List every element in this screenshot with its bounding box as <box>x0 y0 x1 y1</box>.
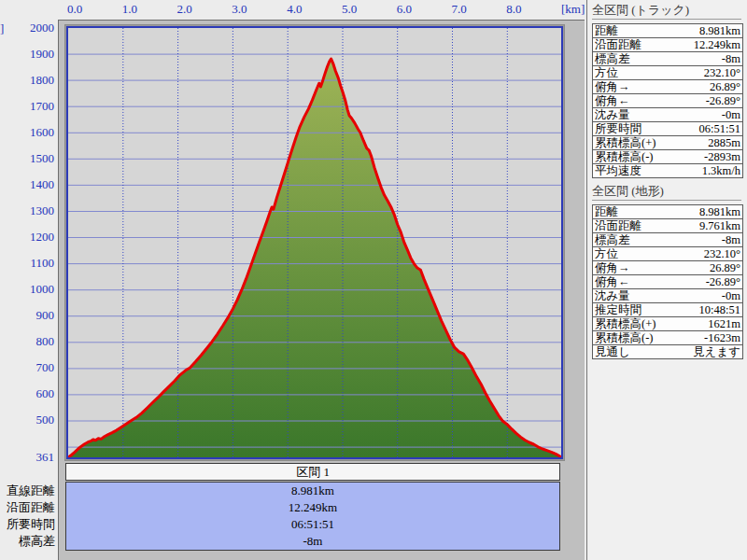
stat-value: 06:51:51 <box>699 122 740 135</box>
stat-value: 9.761km <box>699 219 740 232</box>
x-axis-tick: 3.0 <box>232 2 247 17</box>
panel-divider <box>586 0 587 560</box>
stat-row: 標高差-8m <box>593 233 742 247</box>
stat-value: -8m <box>722 233 740 246</box>
stat-row: 方位232.10° <box>593 66 742 80</box>
stat-value: -8m <box>722 52 740 65</box>
stat-value: -1623m <box>704 331 740 344</box>
elevation-profile-svg <box>68 28 561 457</box>
stat-value: -2893m <box>704 150 740 163</box>
stat-value: 1621m <box>708 317 740 330</box>
stat-label: 距離 <box>595 24 618 37</box>
stat-value: 見えます <box>693 345 740 358</box>
statistics-panel: 全区間 (トラック)距離8.981km沿面距離12.249km標高差-8m方位2… <box>588 0 747 560</box>
stat-label: 標高差 <box>595 233 630 246</box>
stat-label: 俯角← <box>595 275 630 288</box>
section-value-row: 06:51:51 <box>66 516 559 533</box>
elevation-profile-chart[interactable] <box>66 26 563 459</box>
section-row-label: 直線距離 <box>0 483 55 499</box>
section-value-row: 8.981km <box>66 483 559 499</box>
stat-row: 累積標高(-)-1623m <box>593 331 742 345</box>
section-value-table: 8.981km12.249km06:51:51-8m <box>65 482 560 551</box>
y-axis-tick: 1600 <box>2 125 54 139</box>
x-axis-tick: 4.0 <box>287 2 302 17</box>
stat-section-title: 全区間 (トラック) <box>592 2 741 20</box>
y-axis-tick: 500 <box>2 413 54 427</box>
stat-value: 10:48:51 <box>699 303 740 316</box>
plot-frame <box>64 24 565 461</box>
stat-label: 沿面距離 <box>595 38 641 51</box>
stat-label: 所要時間 <box>595 122 641 135</box>
stat-value: 12.249km <box>694 38 740 51</box>
y-axis-tick: 700 <box>2 360 54 374</box>
stat-value: -0m <box>722 289 740 302</box>
x-axis-tick: 6.0 <box>397 2 412 17</box>
stat-label: 方位 <box>595 247 618 260</box>
y-axis-tick: 2000 <box>2 21 54 35</box>
stat-row: 俯角←-26.89° <box>593 275 742 289</box>
elevation-profile-window: ] 0.01.02.03.04.05.06.07.08.0 [km] 20001… <box>0 0 747 560</box>
section-row-label: 所要時間 <box>0 516 55 533</box>
stat-row: 沿面距離12.249km <box>593 38 742 52</box>
stat-row: 距離8.981km <box>593 24 742 38</box>
stat-value: 26.89° <box>710 261 740 274</box>
y-axis-tick: 361 <box>2 450 54 464</box>
stat-label: 累積標高(+) <box>595 317 655 330</box>
stat-value: -0m <box>722 108 740 121</box>
x-axis-tick: 7.0 <box>452 2 467 17</box>
stat-label: 俯角← <box>595 94 630 107</box>
stat-label: 距離 <box>595 205 618 218</box>
stat-label: 累積標高(-) <box>595 331 654 344</box>
stat-row: 所要時間06:51:51 <box>593 122 742 136</box>
x-axis-tick: 1.0 <box>122 2 137 17</box>
stat-value: 2885m <box>708 136 740 149</box>
x-axis-tick: 5.0 <box>342 2 357 17</box>
stat-row: 俯角←-26.89° <box>593 94 742 108</box>
stat-label: 沈み量 <box>595 108 630 121</box>
section-value-row: -8m <box>66 533 559 550</box>
stat-label: 見通し <box>595 345 630 358</box>
stat-table: 距離8.981km沿面距離12.249km標高差-8m方位232.10°俯角→2… <box>592 23 743 178</box>
stat-row: 俯角→26.89° <box>593 80 742 94</box>
stat-label: 沈み量 <box>595 289 630 302</box>
stat-label: 標高差 <box>595 52 630 65</box>
stat-label: 方位 <box>595 66 618 79</box>
stat-row: 方位232.10° <box>593 247 742 261</box>
stat-row: 累積標高(-)-2893m <box>593 150 742 164</box>
y-axis-tick: 1000 <box>2 282 54 296</box>
section-value-row: 12.249km <box>66 499 559 516</box>
stat-row: 俯角→26.89° <box>593 261 742 275</box>
stat-label: 平均速度 <box>595 164 641 177</box>
stat-row: 見通し見えます <box>593 345 742 358</box>
y-axis-tick: 1900 <box>2 47 54 61</box>
stat-row: 標高差-8m <box>593 52 742 66</box>
y-axis-tick: 1300 <box>2 203 54 217</box>
stat-row: 累積標高(+)1621m <box>593 317 742 331</box>
y-axis-tick: 1500 <box>2 151 54 165</box>
y-axis-tick: 900 <box>2 308 54 322</box>
stat-label: 沿面距離 <box>595 219 641 232</box>
y-axis-tick: 1800 <box>2 73 54 87</box>
stat-table: 距離8.981km沿面距離9.761km標高差-8m方位232.10°俯角→26… <box>592 204 743 359</box>
x-axis-tick: 2.0 <box>177 2 192 17</box>
stat-section-title: 全区間 (地形) <box>592 183 741 201</box>
section-header: 区間 1 <box>65 463 560 481</box>
stat-row: 累積標高(+)2885m <box>593 136 742 150</box>
stat-row: 沈み量-0m <box>593 108 742 122</box>
stat-label: 俯角→ <box>595 261 630 274</box>
stat-row: 平均速度1.3km/h <box>593 164 742 177</box>
x-axis-tick: 0.0 <box>67 2 82 17</box>
stat-label: 推定時間 <box>595 303 641 316</box>
y-axis-tick: 1400 <box>2 177 54 191</box>
stat-row: 沈み量-0m <box>593 289 742 303</box>
section-row-label: 標高差 <box>0 533 55 550</box>
stat-row: 推定時間10:48:51 <box>593 303 742 317</box>
x-axis-unit: [km] <box>561 2 585 17</box>
stat-value: 232.10° <box>704 66 740 79</box>
stat-value: 8.981km <box>699 205 740 218</box>
y-axis-tick: 600 <box>2 386 54 400</box>
stat-label: 累積標高(+) <box>595 136 655 149</box>
stat-value: 26.89° <box>710 80 740 93</box>
section-row-label: 沿面距離 <box>0 499 55 516</box>
stat-label: 俯角→ <box>595 80 630 93</box>
